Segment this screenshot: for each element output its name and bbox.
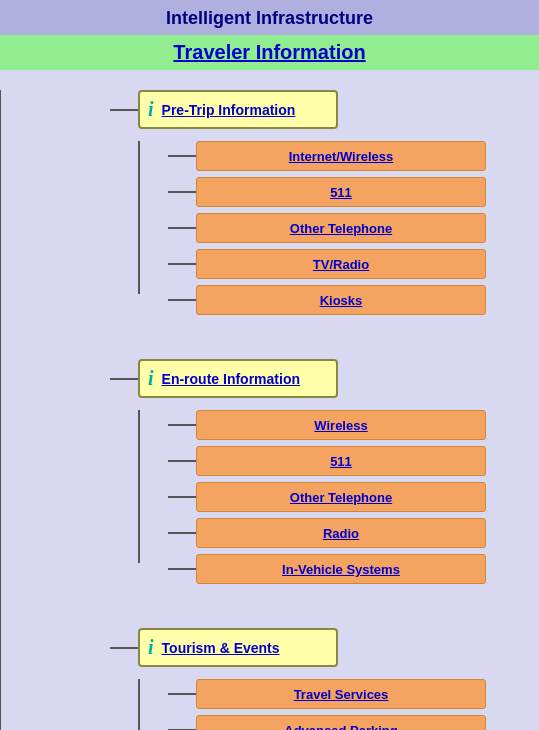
header-title: Intelligent Infrastructure xyxy=(0,0,539,35)
tree-container: i Pre-Trip Information Internet/Wireless… xyxy=(0,90,539,730)
category-row: i En-route Information xyxy=(110,359,539,398)
child-row: Wireless xyxy=(168,410,539,440)
category-box[interactable]: i Pre-Trip Information xyxy=(138,90,338,129)
child-row: Travel Services xyxy=(168,679,539,709)
main-content: i Pre-Trip Information Internet/Wireless… xyxy=(0,80,539,730)
child-box[interactable]: In-Vehicle Systems xyxy=(196,554,486,584)
category-box[interactable]: i En-route Information xyxy=(138,359,338,398)
child-row: Other Telephone xyxy=(168,482,539,512)
child-label: Other Telephone xyxy=(290,221,392,236)
children-container: Travel Services Advanced Parking xyxy=(138,679,539,730)
child-h-branch xyxy=(168,496,196,498)
child-label: Kiosks xyxy=(320,293,363,308)
info-icon: i xyxy=(148,98,154,121)
category-row: i Pre-Trip Information xyxy=(110,90,539,129)
child-box[interactable]: 511 xyxy=(196,446,486,476)
child-h-branch xyxy=(168,568,196,570)
child-row: Other Telephone xyxy=(168,213,539,243)
child-row: 511 xyxy=(168,446,539,476)
child-h-branch xyxy=(168,155,196,157)
h-branch xyxy=(110,378,138,380)
child-row: 511 xyxy=(168,177,539,207)
child-row: In-Vehicle Systems xyxy=(168,554,539,584)
child-label: 511 xyxy=(330,185,352,200)
child-box[interactable]: Kiosks xyxy=(196,285,486,315)
main-v-line xyxy=(0,90,1,730)
child-label: Travel Services xyxy=(294,687,389,702)
h-branch xyxy=(110,109,138,111)
child-label: Wireless xyxy=(314,418,367,433)
child-label: In-Vehicle Systems xyxy=(282,562,400,577)
child-h-branch xyxy=(168,191,196,193)
category-label: Pre-Trip Information xyxy=(162,102,296,118)
child-label: 511 xyxy=(330,454,352,469)
child-box[interactable]: Other Telephone xyxy=(196,482,486,512)
child-label: Other Telephone xyxy=(290,490,392,505)
category-label: En-route Information xyxy=(162,371,300,387)
child-h-branch xyxy=(168,299,196,301)
info-icon: i xyxy=(148,367,154,390)
child-label: Advanced Parking xyxy=(284,723,397,730)
child-box[interactable]: Internet/Wireless xyxy=(196,141,486,171)
category-row: i Tourism & Events xyxy=(110,628,539,667)
category-label: Tourism & Events xyxy=(162,640,280,656)
child-box[interactable]: Other Telephone xyxy=(196,213,486,243)
child-row: Advanced Parking xyxy=(168,715,539,730)
child-box[interactable]: Advanced Parking xyxy=(196,715,486,730)
category-box[interactable]: i Tourism & Events xyxy=(138,628,338,667)
children-v-line xyxy=(138,679,140,730)
main-title: Intelligent Infrastructure xyxy=(166,8,373,28)
info-icon: i xyxy=(148,636,154,659)
header-subtitle: Traveler Information xyxy=(0,35,539,70)
section-en-route: i En-route Information Wireless 511 Othe… xyxy=(110,359,539,608)
child-row: Radio xyxy=(168,518,539,548)
child-h-branch xyxy=(168,693,196,695)
child-box[interactable]: Radio xyxy=(196,518,486,548)
child-box[interactable]: Travel Services xyxy=(196,679,486,709)
h-branch xyxy=(110,647,138,649)
child-box[interactable]: TV/Radio xyxy=(196,249,486,279)
children-v-line xyxy=(138,141,140,294)
child-box[interactable]: 511 xyxy=(196,177,486,207)
child-h-branch xyxy=(168,227,196,229)
child-row: Kiosks xyxy=(168,285,539,315)
child-label: Radio xyxy=(323,526,359,541)
child-label: Internet/Wireless xyxy=(289,149,394,164)
child-box[interactable]: Wireless xyxy=(196,410,486,440)
child-h-branch xyxy=(168,532,196,534)
section-pre-trip: i Pre-Trip Information Internet/Wireless… xyxy=(110,90,539,339)
section-tourism: i Tourism & Events Travel Services Advan… xyxy=(110,628,539,730)
children-v-line xyxy=(138,410,140,563)
child-h-branch xyxy=(168,460,196,462)
children-container: Internet/Wireless 511 Other Telephone TV… xyxy=(138,141,539,315)
child-row: TV/Radio xyxy=(168,249,539,279)
child-row: Internet/Wireless xyxy=(168,141,539,171)
children-container: Wireless 511 Other Telephone Radio In-Ve… xyxy=(138,410,539,584)
child-h-branch xyxy=(168,424,196,426)
child-h-branch xyxy=(168,263,196,265)
sub-title: Traveler Information xyxy=(173,41,365,63)
child-label: TV/Radio xyxy=(313,257,369,272)
